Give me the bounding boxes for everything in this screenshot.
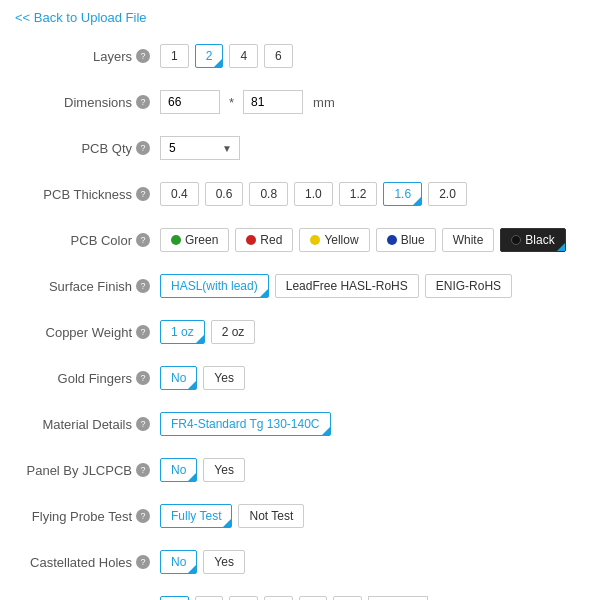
different-design-3[interactable]: 3: [229, 596, 258, 600]
pcb-color-help-icon[interactable]: ?: [136, 233, 150, 247]
layers-option-1[interactable]: 1: [160, 44, 189, 68]
dimensions-inputs: * mm: [160, 90, 595, 114]
pcb-thickness-0-8[interactable]: 0.8: [249, 182, 288, 206]
red-dot: [246, 235, 256, 245]
pcb-color-options: Green Red Yellow Blue White Black: [160, 228, 595, 252]
pcb-color-blue[interactable]: Blue: [376, 228, 436, 252]
dimensions-label: Dimensions ?: [15, 95, 160, 110]
layers-row: Layers ? 1 2 4 6: [15, 40, 595, 72]
pcb-color-yellow[interactable]: Yellow: [299, 228, 369, 252]
pcb-thickness-1-2[interactable]: 1.2: [339, 182, 378, 206]
copper-weight-options: 1 oz 2 oz: [160, 320, 595, 344]
pcb-thickness-help-icon[interactable]: ?: [136, 187, 150, 201]
castellated-holes-row: Castellated Holes ? No Yes: [15, 546, 595, 578]
panel-jlcpcb-help-icon[interactable]: ?: [136, 463, 150, 477]
copper-weight-1oz[interactable]: 1 oz: [160, 320, 205, 344]
castellated-holes-label: Castellated Holes ?: [15, 555, 160, 570]
gold-fingers-options: No Yes: [160, 366, 595, 390]
black-dot: [511, 235, 521, 245]
copper-weight-row: Copper Weight ? 1 oz 2 oz: [15, 316, 595, 348]
flying-probe-row: Flying Probe Test ? Fully Test Not Test: [15, 500, 595, 532]
gold-fingers-yes[interactable]: Yes: [203, 366, 245, 390]
different-design-5[interactable]: 5: [299, 596, 328, 600]
pcb-thickness-0-4[interactable]: 0.4: [160, 182, 199, 206]
pcb-thickness-2-0[interactable]: 2.0: [428, 182, 467, 206]
layers-option-6[interactable]: 6: [264, 44, 293, 68]
different-design-custom-input[interactable]: [368, 596, 428, 600]
material-details-label: Material Details ?: [15, 417, 160, 432]
pcb-thickness-options: 0.4 0.6 0.8 1.0 1.2 1.6 2.0: [160, 182, 595, 206]
castellated-holes-no[interactable]: No: [160, 550, 197, 574]
layers-label: Layers ?: [15, 49, 160, 64]
flying-probe-not-test[interactable]: Not Test: [238, 504, 304, 528]
dimensions-width-input[interactable]: [160, 90, 220, 114]
pcb-color-red[interactable]: Red: [235, 228, 293, 252]
flying-probe-label: Flying Probe Test ?: [15, 509, 160, 524]
castellated-holes-help-icon[interactable]: ?: [136, 555, 150, 569]
pcb-thickness-label: PCB Thickness ?: [15, 187, 160, 202]
pcb-qty-select[interactable]: 5 10 15 20 25 30 50 75 100: [160, 136, 240, 160]
pcb-qty-label: PCB Qty ?: [15, 141, 160, 156]
surface-finish-leadfree[interactable]: LeadFree HASL-RoHS: [275, 274, 419, 298]
dimensions-help-icon[interactable]: ?: [136, 95, 150, 109]
copper-weight-help-icon[interactable]: ?: [136, 325, 150, 339]
panel-jlcpcb-yes[interactable]: Yes: [203, 458, 245, 482]
pcb-color-label: PCB Color ?: [15, 233, 160, 248]
surface-finish-label: Surface Finish ?: [15, 279, 160, 294]
pcb-color-row: PCB Color ? Green Red Yellow Blue White …: [15, 224, 595, 256]
pcb-qty-select-wrap: 5 10 15 20 25 30 50 75 100 ▼: [160, 136, 240, 160]
different-design-4[interactable]: 4: [264, 596, 293, 600]
gold-fingers-no[interactable]: No: [160, 366, 197, 390]
pcb-thickness-1-0[interactable]: 1.0: [294, 182, 333, 206]
blue-dot: [387, 235, 397, 245]
different-design-6[interactable]: 6: [333, 596, 362, 600]
pcb-color-black[interactable]: Black: [500, 228, 565, 252]
pcb-qty-help-icon[interactable]: ?: [136, 141, 150, 155]
layers-help-icon[interactable]: ?: [136, 49, 150, 63]
different-design-1[interactable]: 1: [160, 596, 189, 600]
surface-finish-hasl[interactable]: HASL(with lead): [160, 274, 269, 298]
gold-fingers-label: Gold Fingers ?: [15, 371, 160, 386]
material-details-help-icon[interactable]: ?: [136, 417, 150, 431]
pcb-thickness-row: PCB Thickness ? 0.4 0.6 0.8 1.0 1.2 1.6 …: [15, 178, 595, 210]
dimensions-unit: mm: [313, 95, 335, 110]
panel-jlcpcb-label: Panel By JLCPCB ?: [15, 463, 160, 478]
different-design-options: 1 2 3 4 5 6: [160, 596, 595, 600]
dimensions-height-input[interactable]: [243, 90, 303, 114]
flying-probe-help-icon[interactable]: ?: [136, 509, 150, 523]
pcb-qty-row: PCB Qty ? 5 10 15 20 25 30 50 75 100 ▼: [15, 132, 595, 164]
material-details-fr4[interactable]: FR4-Standard Tg 130-140C: [160, 412, 331, 436]
dimensions-separator: *: [229, 95, 234, 110]
back-link[interactable]: << Back to Upload File: [15, 10, 147, 25]
gold-fingers-row: Gold Fingers ? No Yes: [15, 362, 595, 394]
pcb-thickness-1-6[interactable]: 1.6: [383, 182, 422, 206]
castellated-holes-yes[interactable]: Yes: [203, 550, 245, 574]
yellow-dot: [310, 235, 320, 245]
material-details-row: Material Details ? FR4-Standard Tg 130-1…: [15, 408, 595, 440]
material-details-options: FR4-Standard Tg 130-140C: [160, 412, 595, 436]
castellated-holes-options: No Yes: [160, 550, 595, 574]
green-dot: [171, 235, 181, 245]
different-design-row: Different Design ? 1 2 3 4 5 6: [15, 592, 595, 600]
pcb-qty-options: 5 10 15 20 25 30 50 75 100 ▼: [160, 136, 595, 160]
pcb-color-green[interactable]: Green: [160, 228, 229, 252]
surface-finish-row: Surface Finish ? HASL(with lead) LeadFre…: [15, 270, 595, 302]
surface-finish-enig[interactable]: ENIG-RoHS: [425, 274, 512, 298]
layers-option-2[interactable]: 2: [195, 44, 224, 68]
copper-weight-2oz[interactable]: 2 oz: [211, 320, 256, 344]
pcb-color-white[interactable]: White: [442, 228, 495, 252]
different-design-2[interactable]: 2: [195, 596, 224, 600]
panel-jlcpcb-no[interactable]: No: [160, 458, 197, 482]
surface-finish-options: HASL(with lead) LeadFree HASL-RoHS ENIG-…: [160, 274, 595, 298]
panel-jlcpcb-row: Panel By JLCPCB ? No Yes: [15, 454, 595, 486]
pcb-thickness-0-6[interactable]: 0.6: [205, 182, 244, 206]
panel-jlcpcb-options: No Yes: [160, 458, 595, 482]
flying-probe-options: Fully Test Not Test: [160, 504, 595, 528]
layers-options: 1 2 4 6: [160, 44, 595, 68]
gold-fingers-help-icon[interactable]: ?: [136, 371, 150, 385]
surface-finish-help-icon[interactable]: ?: [136, 279, 150, 293]
layers-option-4[interactable]: 4: [229, 44, 258, 68]
flying-probe-fully-test[interactable]: Fully Test: [160, 504, 232, 528]
dimensions-row: Dimensions ? * mm: [15, 86, 595, 118]
copper-weight-label: Copper Weight ?: [15, 325, 160, 340]
